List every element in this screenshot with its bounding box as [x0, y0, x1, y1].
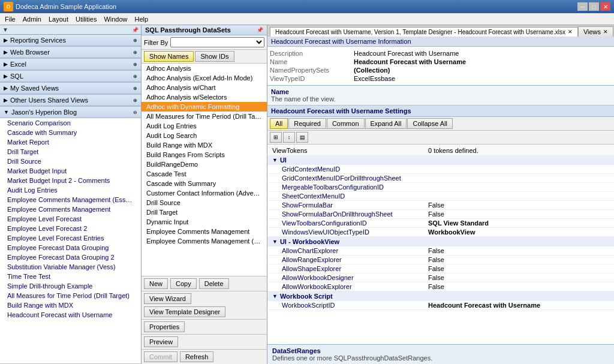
sidebar-item-headcount[interactable]: Headcount Forecast with Username — [0, 310, 141, 320]
title-bar-text: Dodeca Admin Sample Application — [16, 3, 577, 10]
settings-tab-common[interactable]: Common — [327, 118, 365, 129]
sidebar-pin-icon[interactable]: 📌 — [132, 27, 139, 33]
setting-allowdesigner-value: False — [428, 274, 609, 281]
sidebar-item-reporting[interactable]: ▶ Reporting Services ⊕ — [0, 35, 141, 46]
properties-grid: Description Headcount Forecast with User… — [267, 47, 614, 86]
close-button[interactable]: ✕ — [600, 2, 610, 11]
sidebar-item-audit[interactable]: Audit Log Entries — [0, 185, 141, 195]
delete-button[interactable]: Delete — [199, 278, 229, 289]
sidebar-item-emp-comments-essbase[interactable]: Employee Comments Management (Essbase V.… — [0, 195, 141, 204]
toolbar-btn-1[interactable]: ⊞ — [270, 132, 282, 143]
list-item-cascade-test[interactable]: Cascade Test — [142, 169, 267, 179]
sidebar-item-time-tree[interactable]: Time Tree Test — [0, 272, 141, 281]
sidebar-item-jasons[interactable]: ▼ Jason's Hyperion Blog ⊖ — [0, 107, 141, 118]
settings-tab-all[interactable]: All — [270, 118, 288, 129]
view-wizard-button[interactable]: View Wizard — [144, 293, 191, 304]
list-item-adhoc-dynamic[interactable]: Adhoc with Dynamic Formatting — [142, 102, 267, 112]
sidebar-item-emp-grouping2[interactable]: Employee Forecast Data Grouping 2 — [0, 252, 141, 262]
settings-section-workbookview[interactable]: ▼ UI - WorkbookView — [267, 237, 614, 246]
list-item-adhoc-chart[interactable]: Adhoc Analysis w/Chart — [142, 83, 267, 92]
menu-utilities[interactable]: Utilities — [72, 14, 100, 24]
settings-tab-collapse[interactable]: Collapse All — [407, 118, 452, 129]
menu-file[interactable]: File — [1, 14, 19, 24]
list-item-audit-entries[interactable]: Audit Log Entries — [142, 121, 267, 131]
copy-button[interactable]: Copy — [170, 278, 197, 289]
list-item-drill-target[interactable]: Drill Target — [142, 207, 267, 217]
sidebar-item-mysaved[interactable]: ▶ My Saved Views ⊕ — [0, 83, 141, 94]
list-item-customer-contact[interactable]: Customer Contact Information (Advent... — [142, 188, 267, 198]
list-item-audit-search[interactable]: Audit Log Search — [142, 131, 267, 140]
sidebar-item-emp-entries[interactable]: Employee Level Forecast Entries — [0, 233, 141, 243]
sidebar-item-build-range[interactable]: Build Range with MDX — [0, 300, 141, 310]
sidebar-item-drill-target[interactable]: Drill Target — [0, 147, 141, 157]
settings-tab-expand[interactable]: Expand All — [365, 118, 407, 129]
list-item-emp-comments-mgmt[interactable]: Employee Comments Management — [142, 227, 267, 236]
sidebar: ▼ 📌 ▶ Reporting Services ⊕ ▶ Web Browser… — [0, 25, 142, 364]
setting-gdrill-value — [428, 175, 609, 182]
views-tab-close[interactable]: ✕ — [603, 29, 608, 35]
menu-window[interactable]: Window — [100, 14, 131, 24]
preview-button[interactable]: Preview — [144, 336, 178, 347]
ui-collapse-icon: ▼ — [272, 157, 278, 163]
sidebar-item-sql[interactable]: ▶ SQL ⊕ — [0, 71, 141, 82]
list-item-cascade-summary[interactable]: Cascade with Summary — [142, 179, 267, 188]
setting-wbscriptid-value: Headcount Forecast with Username — [428, 302, 609, 309]
list-item-all-measures[interactable]: All Measures for Time Period (Drill Targ… — [142, 112, 267, 121]
sidebar-item-otherusers[interactable]: ▶ Other Users Shared Views ⊕ — [0, 95, 141, 106]
menu-admin[interactable]: Admin — [19, 14, 45, 24]
new-button[interactable]: New — [144, 278, 168, 289]
menu-help[interactable]: Help — [131, 14, 152, 24]
main-tab[interactable]: Headcount Forecast with Username, Versio… — [270, 27, 578, 37]
view-template-designer-button[interactable]: View Template Designer — [144, 306, 225, 317]
list-item-dynamic-input[interactable]: Dynamic Input — [142, 217, 267, 227]
sidebar-item-simple-drill[interactable]: Simple Drill-through Example — [0, 281, 141, 291]
sidebar-item-market-budget[interactable]: Market Budget Input — [0, 166, 141, 176]
list-item-buildrange-demo[interactable]: BuildRangeDemo — [142, 160, 267, 169]
list-actions: New Copy Delete — [142, 276, 267, 291]
prop-desc-label: Description — [270, 50, 354, 57]
menu-layout[interactable]: Layout — [45, 14, 72, 24]
tab-close-icon[interactable]: ✕ — [568, 29, 573, 35]
settings-content: ViewTokens 0 tokens defined. ▼ UI GridCo… — [267, 145, 614, 344]
setting-allowrange-value: False — [428, 256, 609, 263]
list-item-build-ranges-scripts[interactable]: Build Ranges From Scripts — [142, 150, 267, 160]
show-ids-button[interactable]: Show IDs — [195, 51, 234, 62]
list-item-adhoc[interactable]: Adhoc Analysis — [142, 64, 267, 73]
sidebar-item-market-budget2[interactable]: Market Budget Input 2 - Comments — [0, 176, 141, 185]
sidebar-item-emp-grouping[interactable]: Employee Forecast Data Grouping — [0, 243, 141, 252]
views-tab[interactable]: Views ✕ — [578, 26, 613, 37]
sidebar-item-webbrowser[interactable]: ▶ Web Browser ⊕ — [0, 47, 141, 58]
sidebar-item-all-measures[interactable]: All Measures for Time Period (Drill Targ… — [0, 291, 141, 300]
settings-section-wbscript[interactable]: ▼ Workbook Script — [267, 291, 614, 301]
properties-button[interactable]: Properties — [144, 321, 185, 332]
sidebar-item-scenario[interactable]: Scenario Comparison — [0, 118, 141, 128]
show-names-button[interactable]: Show Names — [144, 51, 194, 62]
bottom-title: DataSetRanges — [272, 347, 609, 354]
settings-section-ui[interactable]: ▼ UI — [267, 155, 614, 165]
wbscript-collapse-icon: ▼ — [272, 293, 278, 299]
list-item-adhoc-selectors[interactable]: Adhoc Analysis w/Selectors — [142, 92, 267, 102]
sidebar-item-subst-var[interactable]: Substitution Variable Manager (Vess) — [0, 262, 141, 272]
maximize-button[interactable]: □ — [589, 2, 599, 11]
list-item-adhoc-excel[interactable]: Adhoc Analysis (Excel Add-In Mode) — [142, 73, 267, 83]
sidebar-item-market-report[interactable]: Market Report — [0, 137, 141, 147]
list-item-build-range-mdx[interactable]: Build Range with MDX — [142, 140, 267, 150]
list-item-emp-comments-es[interactable]: Employee Comments Management (Es... — [142, 236, 267, 246]
sidebar-item-emp-level2[interactable]: Employee Level Forecast 2 — [0, 224, 141, 233]
sidebar-item-emp-level[interactable]: Employee Level Forecast — [0, 214, 141, 224]
filter-select[interactable] — [170, 37, 264, 47]
refresh-button[interactable]: Refresh — [180, 351, 214, 362]
sidebar-item-emp-comments[interactable]: Employee Comments Management — [0, 204, 141, 214]
settings-tab-required[interactable]: Required — [288, 118, 326, 129]
sidebar-item-drill-source[interactable]: Drill Source — [0, 157, 141, 166]
setting-row-wbscriptid: WorkbookScriptID Headcount Forecast with… — [267, 301, 614, 310]
expand-icon-other: ⊕ — [133, 98, 137, 103]
toolbar-btn-2[interactable]: ↕ — [283, 132, 295, 143]
sidebar-item-cascade[interactable]: Cascade with Summary — [0, 128, 141, 137]
toolbar-btn-3[interactable]: ▤ — [296, 132, 308, 143]
list-item-drill-source[interactable]: Drill Source — [142, 198, 267, 207]
commit-button[interactable]: Commit — [144, 351, 177, 362]
sql-panel-pin-icon[interactable]: 📌 — [257, 27, 263, 33]
sidebar-item-excel[interactable]: ▶ Excel ⊕ — [0, 59, 141, 70]
minimize-button[interactable]: ─ — [577, 2, 588, 11]
